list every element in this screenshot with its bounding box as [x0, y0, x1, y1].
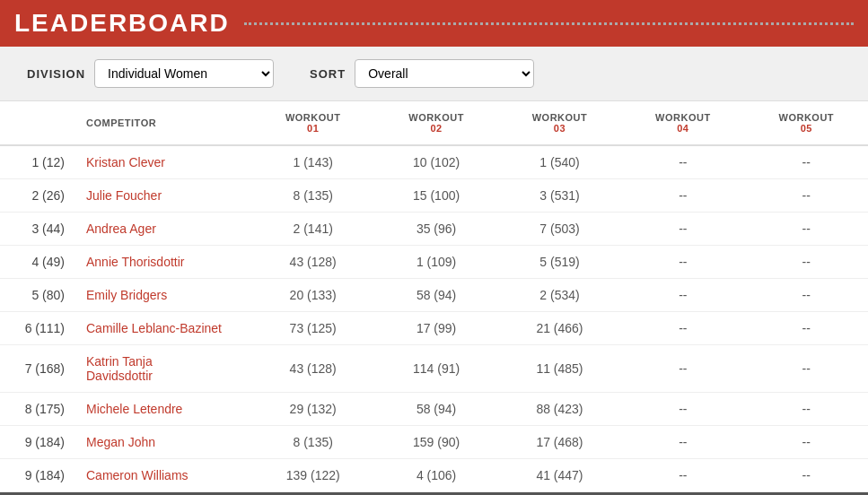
- controls-bar: DIVISION Individual Women Individual Men…: [0, 47, 868, 101]
- cell-rank: 3 (44): [0, 213, 72, 246]
- cell-w02: 159 (90): [374, 426, 497, 459]
- sort-select[interactable]: Overall Workout 01 Workout 02 Workout 03…: [355, 59, 534, 88]
- cell-name[interactable]: Andrea Ager: [72, 213, 251, 246]
- cell-w01: 29 (132): [251, 393, 374, 426]
- sort-group: SORT Overall Workout 01 Workout 02 Worko…: [310, 59, 534, 88]
- cell-rank: 6 (111): [0, 312, 72, 345]
- col-header-w05: WORKOUT 05: [745, 101, 868, 145]
- col-header-w01: WORKOUT 01: [251, 101, 374, 145]
- cell-w03: 11 (485): [498, 345, 621, 393]
- table-row: 9 (184)Megan John8 (135)159 (90)17 (468)…: [0, 426, 868, 459]
- cell-w05: --: [745, 312, 868, 345]
- cell-w05: --: [745, 246, 868, 279]
- cell-w04: --: [621, 213, 744, 246]
- cell-w01: 139 (122): [251, 459, 374, 492]
- division-group: DIVISION Individual Women Individual Men…: [27, 59, 274, 88]
- cell-name[interactable]: Kristan Clever: [72, 145, 251, 179]
- cell-w01: 2 (141): [251, 213, 374, 246]
- cell-w04: --: [621, 459, 744, 492]
- cell-rank: 2 (26): [0, 179, 72, 213]
- cell-w04: --: [621, 345, 744, 393]
- cell-w05: --: [745, 279, 868, 312]
- col-header-rank: [0, 101, 72, 145]
- leaderboard-table: COMPETITOR WORKOUT 01 WORKOUT 02 WORKOUT…: [0, 101, 868, 492]
- cell-w01: 43 (128): [251, 246, 374, 279]
- cell-w05: --: [745, 426, 868, 459]
- cell-w04: --: [621, 426, 744, 459]
- cell-w03: 2 (534): [498, 279, 621, 312]
- col-header-competitor: COMPETITOR: [72, 101, 251, 145]
- cell-rank: 9 (184): [0, 459, 72, 492]
- table-row: 2 (26)Julie Foucher8 (135)15 (100)3 (531…: [0, 179, 868, 213]
- table-row: 4 (49)Annie Thorisdottir43 (128)1 (109)5…: [0, 246, 868, 279]
- table-row: 1 (12)Kristan Clever1 (143)10 (102)1 (54…: [0, 145, 868, 179]
- cell-w04: --: [621, 246, 744, 279]
- cell-rank: 8 (175): [0, 393, 72, 426]
- cell-rank: 7 (168): [0, 345, 72, 393]
- cell-name[interactable]: Annie Thorisdottir: [72, 246, 251, 279]
- cell-w02: 58 (94): [374, 279, 497, 312]
- header-decoration: [244, 22, 854, 25]
- cell-name[interactable]: Katrin TanjaDavidsdottir: [72, 345, 251, 393]
- table-row: 7 (168)Katrin TanjaDavidsdottir43 (128)1…: [0, 345, 868, 393]
- cell-w01: 73 (125): [251, 312, 374, 345]
- cell-rank: 1 (12): [0, 145, 72, 179]
- cell-w03: 17 (468): [498, 426, 621, 459]
- cell-w02: 4 (106): [374, 459, 497, 492]
- cell-rank: 4 (49): [0, 246, 72, 279]
- cell-w04: --: [621, 179, 744, 213]
- col-header-w03: WORKOUT 03: [498, 101, 621, 145]
- cell-name[interactable]: Megan John: [72, 426, 251, 459]
- cell-w02: 17 (99): [374, 312, 497, 345]
- cell-w02: 58 (94): [374, 393, 497, 426]
- leaderboard-table-container: COMPETITOR WORKOUT 01 WORKOUT 02 WORKOUT…: [0, 101, 868, 492]
- cell-w03: 5 (519): [498, 246, 621, 279]
- table-row: 3 (44)Andrea Ager2 (141)35 (96)7 (503)--…: [0, 213, 868, 246]
- cell-name[interactable]: Julie Foucher: [72, 179, 251, 213]
- cell-rank: 9 (184): [0, 426, 72, 459]
- cell-w05: --: [745, 345, 868, 393]
- header: LEADERBOARD: [0, 0, 868, 47]
- table-row: 8 (175)Michele Letendre29 (132)58 (94)88…: [0, 393, 868, 426]
- division-label: DIVISION: [27, 67, 85, 81]
- cell-w05: --: [745, 179, 868, 213]
- cell-w04: --: [621, 279, 744, 312]
- table-row: 9 (184)Cameron Williams139 (122)4 (106)4…: [0, 459, 868, 492]
- cell-w03: 1 (540): [498, 145, 621, 179]
- cell-w01: 8 (135): [251, 426, 374, 459]
- cell-w05: --: [745, 213, 868, 246]
- col-header-w02: WORKOUT 02: [374, 101, 497, 145]
- division-select[interactable]: Individual Women Individual Men Team: [94, 59, 274, 88]
- cell-w01: 8 (135): [251, 179, 374, 213]
- cell-w01: 43 (128): [251, 345, 374, 393]
- cell-name[interactable]: Michele Letendre: [72, 393, 251, 426]
- cell-rank: 5 (80): [0, 279, 72, 312]
- cell-w04: --: [621, 393, 744, 426]
- cell-w05: --: [745, 145, 868, 179]
- cell-w05: --: [745, 393, 868, 426]
- cell-w04: --: [621, 145, 744, 179]
- table-row: 5 (80)Emily Bridgers20 (133)58 (94)2 (53…: [0, 279, 868, 312]
- cell-w01: 20 (133): [251, 279, 374, 312]
- cell-w02: 15 (100): [374, 179, 497, 213]
- cell-w03: 7 (503): [498, 213, 621, 246]
- cell-w03: 41 (447): [498, 459, 621, 492]
- table-header-row: COMPETITOR WORKOUT 01 WORKOUT 02 WORKOUT…: [0, 101, 868, 145]
- page-title: LEADERBOARD: [14, 9, 230, 38]
- cell-w02: 1 (109): [374, 246, 497, 279]
- cell-w02: 35 (96): [374, 213, 497, 246]
- cell-name[interactable]: Cameron Williams: [72, 459, 251, 492]
- table-row: 6 (111)Camille Leblanc-Bazinet73 (125)17…: [0, 312, 868, 345]
- cell-w03: 3 (531): [498, 179, 621, 213]
- col-header-w04: WORKOUT 04: [621, 101, 744, 145]
- cell-w04: --: [621, 312, 744, 345]
- sort-label: SORT: [310, 67, 346, 81]
- cell-w02: 10 (102): [374, 145, 497, 179]
- cell-name[interactable]: Emily Bridgers: [72, 279, 251, 312]
- cell-name[interactable]: Camille Leblanc-Bazinet: [72, 312, 251, 345]
- cell-w03: 21 (466): [498, 312, 621, 345]
- cell-w02: 114 (91): [374, 345, 497, 393]
- cell-w05: --: [745, 459, 868, 492]
- cell-w03: 88 (423): [498, 393, 621, 426]
- cell-w01: 1 (143): [251, 145, 374, 179]
